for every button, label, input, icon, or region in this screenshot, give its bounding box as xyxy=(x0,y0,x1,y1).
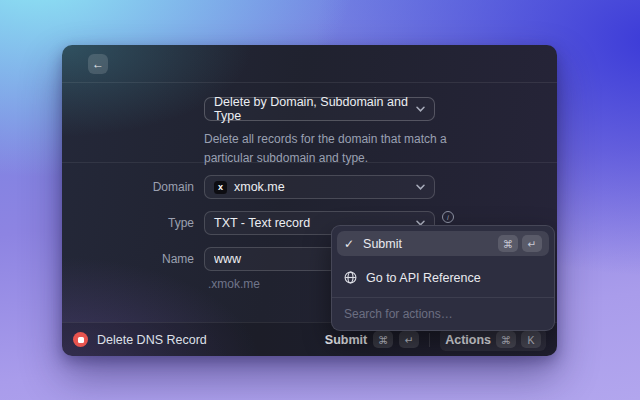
action-item-label: Submit xyxy=(363,237,489,251)
actions-button-label: Actions xyxy=(445,333,491,347)
enter-key-badge: ↵ xyxy=(522,235,542,252)
action-panel: ✓ Submit ⌘ ↵ Go to API Reference xyxy=(331,225,555,331)
action-item-submit[interactable]: ✓ Submit ⌘ ↵ xyxy=(337,231,549,256)
name-suffix-hint: .xmok.me xyxy=(208,277,260,291)
app-window: ← Delete by Domain, Subdomain and Type D… xyxy=(62,45,557,356)
back-arrow-icon: ← xyxy=(92,57,104,71)
check-icon: ✓ xyxy=(344,237,354,251)
bottom-bar-actions: Submit ⌘ ↵ Actions ⌘ K xyxy=(325,328,546,351)
mode-dropdown-value: Delete by Domain, Subdomain and Type xyxy=(214,95,416,123)
domain-label: Domain xyxy=(62,180,194,194)
domain-row: Domain x xmok.me xyxy=(62,175,557,199)
back-button[interactable]: ← xyxy=(88,54,108,74)
form-divider xyxy=(62,162,557,163)
globe-icon xyxy=(344,271,357,284)
chevron-down-icon xyxy=(416,184,425,190)
cmd-key-badge: ⌘ xyxy=(496,331,516,348)
shortcut-keys: ⌘ ↵ xyxy=(498,235,542,252)
domain-favicon-icon: x xyxy=(214,181,227,194)
enter-key-badge: ↵ xyxy=(399,331,419,348)
action-search-input[interactable] xyxy=(344,307,542,321)
cmd-key-badge: ⌘ xyxy=(373,331,393,348)
extension-icon xyxy=(73,332,88,347)
name-label: Name xyxy=(62,252,194,266)
chevron-down-icon xyxy=(416,106,425,112)
mode-dropdown[interactable]: Delete by Domain, Subdomain and Type xyxy=(204,97,435,121)
action-search xyxy=(332,297,554,325)
action-item-label: Go to API Reference xyxy=(366,271,542,285)
window-header: ← xyxy=(62,45,557,83)
submit-button[interactable]: Submit xyxy=(325,333,367,347)
action-item-api-reference[interactable]: Go to API Reference xyxy=(337,265,549,290)
info-icon[interactable]: i xyxy=(442,211,454,223)
command-title: Delete DNS Record xyxy=(97,333,316,347)
cmd-key-badge: ⌘ xyxy=(498,235,518,252)
bar-divider xyxy=(429,333,430,347)
domain-value: xmok.me xyxy=(234,180,409,194)
actions-button[interactable]: Actions ⌘ K xyxy=(440,328,546,351)
k-key-badge: K xyxy=(521,331,541,348)
domain-dropdown[interactable]: x xmok.me xyxy=(204,175,435,199)
type-label: Type xyxy=(62,216,194,230)
